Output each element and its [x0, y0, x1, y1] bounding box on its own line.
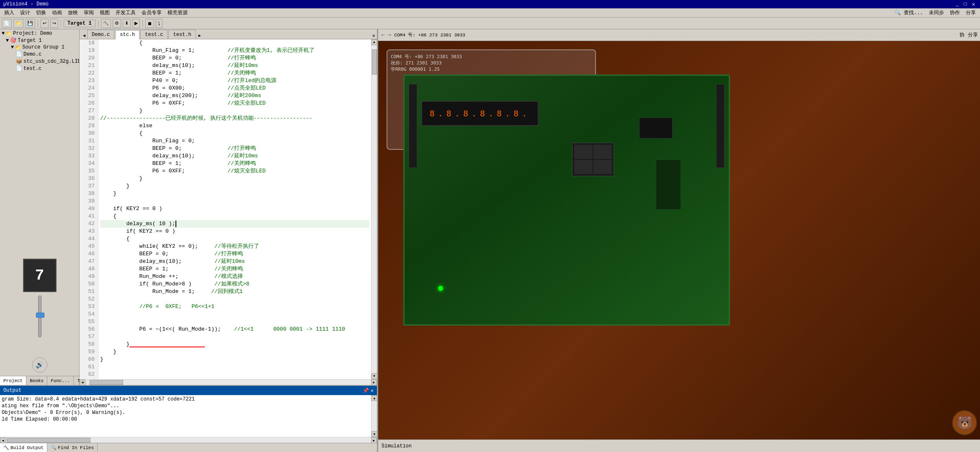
- redo-btn[interactable]: ↪: [50, 19, 58, 28]
- tab-test-h[interactable]: test.h: [168, 30, 196, 39]
- code-line-62[interactable]: [100, 371, 369, 378]
- scroll-track[interactable]: [371, 45, 377, 373]
- scroll-down-btn[interactable]: ▼: [371, 373, 377, 379]
- code-line-63[interactable]: void delay_ms(u16 ms) //unsigned int: [100, 378, 369, 379]
- minimize-btn[interactable]: _: [954, 1, 960, 8]
- out-scroll-up[interactable]: ▲: [371, 395, 377, 401]
- tree-lib[interactable]: 📦 stc_usb_cdc_32g.LIB: [1, 58, 78, 65]
- tab-find-in-files[interactable]: 🔍 Find In Files: [47, 443, 98, 452]
- code-line-37[interactable]: }: [100, 182, 369, 190]
- scroll-left-btn[interactable]: ◀: [80, 380, 85, 385]
- menu-share[interactable]: 分享: [963, 8, 978, 17]
- save-btn[interactable]: 💾: [25, 19, 35, 28]
- volume-track[interactable]: [38, 295, 41, 337]
- code-line-56[interactable]: P6 = ~(1<<( Run_Mode-1)); //1<<1 0000 00…: [100, 326, 369, 333]
- code-line-25[interactable]: delay_ms(200); //延时200ms: [100, 92, 369, 100]
- code-line-35[interactable]: P6 = 0XFF; //熄灭全部LED: [100, 167, 369, 175]
- code-line-46[interactable]: BEEP = 0; //打开蜂鸣: [100, 250, 369, 258]
- tree-project[interactable]: ▼ 📁 Project: Demo: [1, 30, 78, 37]
- menu-animation[interactable]: 动画: [49, 8, 64, 17]
- share-btn[interactable]: 分享: [968, 31, 978, 39]
- menu-design[interactable]: 设计: [18, 8, 33, 17]
- out-h-track[interactable]: [6, 437, 371, 443]
- code-line-18[interactable]: {: [100, 39, 369, 47]
- h-scrollbar[interactable]: ◀ ▶: [80, 379, 377, 385]
- code-line-31[interactable]: Run_Flag = 0;: [100, 137, 369, 145]
- code-line-49[interactable]: Run_Mode ++; //模式选择: [100, 273, 369, 280]
- code-line-52[interactable]: [100, 295, 369, 303]
- code-line-26[interactable]: P6 = 0XFF; //熄灭全部LED: [100, 100, 369, 107]
- tab-build-output[interactable]: 🔨 Build Output: [0, 443, 47, 452]
- menu-member[interactable]: 会员专享: [139, 8, 164, 17]
- code-line-30[interactable]: {: [100, 130, 369, 137]
- code-lines[interactable]: { Run_Flag = 1; //开机变量改为1, 表示已经开机了 BEEP …: [98, 39, 371, 379]
- code-line-40[interactable]: if( KEY2 == 0 ): [100, 205, 369, 213]
- code-line-50[interactable]: if( Run_Mode>8 ) //如果模式>8: [100, 280, 369, 288]
- code-line-54[interactable]: [100, 311, 369, 318]
- code-line-21[interactable]: delay_ms(10); //延时10ms: [100, 62, 369, 69]
- tab-stc-h[interactable]: stc.h: [115, 30, 139, 39]
- build-btn[interactable]: 🔨: [101, 19, 111, 28]
- code-line-36[interactable]: }: [100, 175, 369, 182]
- code-line-47[interactable]: delay_ms(10); //延时10ms: [100, 258, 369, 265]
- maximize-btn[interactable]: □: [962, 1, 969, 8]
- output-h-scroll[interactable]: ◀ ▶: [0, 437, 377, 443]
- tree-test-c[interactable]: 📄 test.c: [1, 65, 78, 72]
- code-line-59[interactable]: }: [100, 348, 369, 356]
- tab-scroll-right[interactable]: ▶: [197, 32, 203, 39]
- code-line-51[interactable]: Run_Mode = 1; //回到模式1: [100, 288, 369, 295]
- code-line-29[interactable]: else: [100, 122, 369, 130]
- out-scroll-down[interactable]: ▼: [371, 431, 377, 437]
- code-line-55[interactable]: [100, 318, 369, 326]
- menu-unsync[interactable]: 未同步: [926, 8, 946, 17]
- menu-devtools[interactable]: 开发工具: [113, 8, 138, 17]
- open-btn[interactable]: 📁: [13, 19, 23, 28]
- h-scroll-thumb[interactable]: [90, 380, 123, 385]
- h-scroll-track[interactable]: [85, 380, 371, 385]
- code-line-43[interactable]: if( KEY2 == 0 ): [100, 228, 369, 235]
- out-h-right[interactable]: ▶: [371, 437, 377, 443]
- close-btn[interactable]: ✕: [970, 1, 977, 8]
- tab-test-c[interactable]: test.c: [140, 30, 168, 39]
- code-line-34[interactable]: BEEP = 1; //关闭蜂鸣: [100, 160, 369, 167]
- collab-btn[interactable]: 协: [959, 31, 965, 39]
- code-line-32[interactable]: BEEP = 0; //打开蜂鸣: [100, 145, 369, 152]
- out-h-left[interactable]: ◀: [0, 437, 6, 443]
- editor-area[interactable]: 1819202122232425262728293031323334353637…: [80, 39, 377, 385]
- tree-source-group[interactable]: ▼ 📂 Source Group 1: [1, 44, 78, 51]
- scroll-thumb[interactable]: [372, 49, 377, 74]
- menu-search[interactable]: 🔍 查找...: [892, 8, 926, 17]
- code-line-33[interactable]: delay_ms(10); //延时10ms: [100, 152, 369, 160]
- code-line-41[interactable]: {: [100, 213, 369, 220]
- stop-btn[interactable]: ⏹: [145, 19, 154, 28]
- output-content[interactable]: gram Size: data=8.4 edata+hdata=429 xdat…: [0, 395, 371, 437]
- code-line-45[interactable]: while( KEY2 == 0); //等待松开执行了: [100, 243, 369, 250]
- code-line-39[interactable]: [100, 198, 369, 205]
- tab-scroll-left[interactable]: ◀: [81, 32, 87, 39]
- out-h-thumb[interactable]: [7, 438, 90, 443]
- code-line-24[interactable]: P6 = 0X00; //点亮全部LED: [100, 85, 369, 92]
- output-pin-btn[interactable]: 📌: [363, 388, 369, 394]
- code-line-27[interactable]: }: [100, 107, 369, 115]
- code-line-44[interactable]: {: [100, 235, 369, 243]
- step-btn[interactable]: ⤵: [156, 19, 162, 28]
- debug-btn[interactable]: ▶: [132, 19, 140, 28]
- menu-switch[interactable]: 切换: [34, 8, 49, 17]
- code-line-38[interactable]: }: [100, 190, 369, 198]
- menu-insert[interactable]: 插入: [2, 8, 17, 17]
- volume-thumb[interactable]: [36, 313, 44, 318]
- code-line-48[interactable]: BEEP = 1; //关闭蜂鸣: [100, 265, 369, 273]
- new-btn[interactable]: 📄: [2, 19, 12, 28]
- menu-review[interactable]: 审阅: [81, 8, 96, 17]
- tab-close-btn[interactable]: ✕: [372, 33, 377, 39]
- code-line-19[interactable]: Run_Flag = 1; //开机变量改为1, 表示已经开机了: [100, 47, 369, 54]
- volume-button[interactable]: 🔊: [32, 357, 47, 372]
- scroll-up-btn[interactable]: ▲: [371, 39, 377, 45]
- output-close-btn[interactable]: ✕: [371, 388, 374, 394]
- tab-project[interactable]: Project: [0, 376, 26, 385]
- scroll-right-btn[interactable]: ▶: [371, 380, 377, 385]
- code-line-53[interactable]: //P6 = 0XFE; P6<<1+1: [100, 303, 369, 311]
- tab-func[interactable]: Func...: [47, 376, 74, 385]
- rebuild-btn[interactable]: ⚙: [113, 19, 121, 28]
- tab-books[interactable]: Books: [26, 376, 47, 385]
